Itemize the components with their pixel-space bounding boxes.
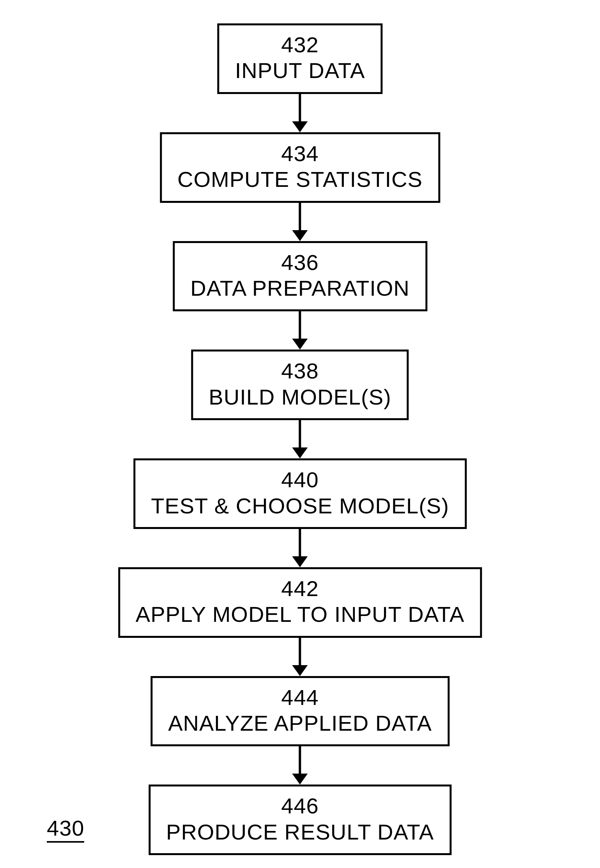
step-input-data: 432 INPUT DATA <box>218 23 383 94</box>
step-test-choose-models: 440 TEST & CHOOSE MODEL(S) <box>133 458 467 529</box>
step-label: TEST & CHOOSE MODEL(S) <box>151 493 449 518</box>
flowchart: 432 INPUT DATA 434 COMPUTE STATISTICS 43… <box>118 23 482 855</box>
arrow-down-icon <box>292 420 308 458</box>
arrow-down-icon <box>292 746 308 785</box>
step-label: APPLY MODEL TO INPUT DATA <box>136 602 464 627</box>
step-number: 432 <box>235 32 365 57</box>
step-number: 438 <box>209 359 391 383</box>
diagram-canvas: 432 INPUT DATA 434 COMPUTE STATISTICS 43… <box>0 0 600 868</box>
step-number: 436 <box>190 250 410 275</box>
figure-reference-number: 430 <box>47 816 84 843</box>
arrow-down-icon <box>292 638 308 676</box>
arrow-down-icon <box>292 529 308 567</box>
step-produce-result-data: 446 PRODUCE RESULT DATA <box>149 785 451 855</box>
step-build-models: 438 BUILD MODEL(S) <box>191 350 409 420</box>
step-number: 442 <box>136 576 464 601</box>
arrow-down-icon <box>292 311 308 350</box>
step-label: DATA PREPARATION <box>190 276 410 301</box>
step-compute-statistics: 434 COMPUTE STATISTICS <box>160 132 440 203</box>
step-analyze-applied-data: 444 ANALYZE APPLIED DATA <box>150 676 450 747</box>
step-number: 440 <box>151 467 449 492</box>
step-data-preparation: 436 DATA PREPARATION <box>173 241 427 312</box>
step-label: COMPUTE STATISTICS <box>177 167 423 192</box>
step-number: 446 <box>166 793 434 818</box>
step-number: 434 <box>177 141 423 166</box>
step-label: PRODUCE RESULT DATA <box>166 820 434 845</box>
arrow-down-icon <box>292 94 308 132</box>
step-number: 444 <box>168 685 432 710</box>
step-apply-model: 442 APPLY MODEL TO INPUT DATA <box>118 567 482 638</box>
step-label: INPUT DATA <box>235 58 365 83</box>
step-label: BUILD MODEL(S) <box>209 385 391 410</box>
figure-reference: 430 <box>47 815 84 841</box>
arrow-down-icon <box>292 203 308 241</box>
step-label: ANALYZE APPLIED DATA <box>168 711 432 736</box>
